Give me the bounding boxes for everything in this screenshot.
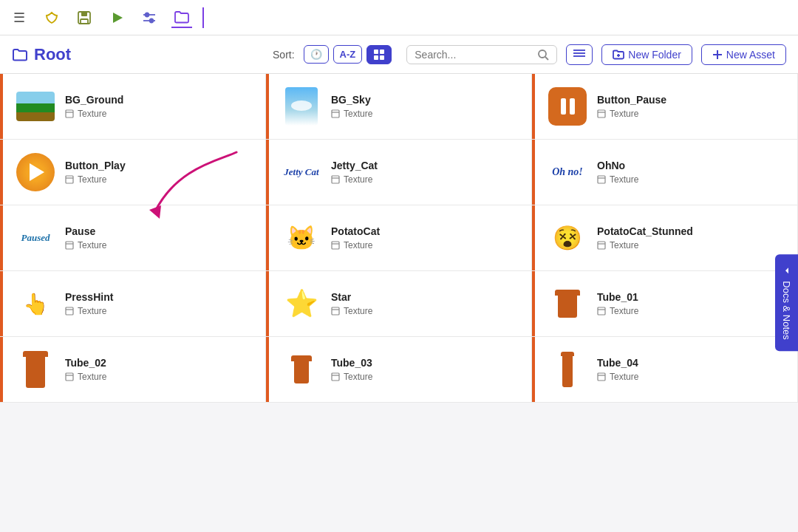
- asset-type-tube-03: Texture: [331, 372, 372, 382]
- asset-thumb-potatocat: 🐱: [281, 217, 322, 259]
- asset-thumb-button-play: [15, 151, 56, 193]
- asset-name-tube-03: Tube_03: [331, 357, 372, 369]
- asset-type-tube-02: Texture: [65, 372, 106, 382]
- view-toggle-button[interactable]: [566, 44, 593, 65]
- asset-name-tube-02: Tube_02: [65, 357, 106, 369]
- search-icon: [537, 49, 549, 61]
- asset-name-presshint: PressHint: [65, 291, 113, 303]
- asset-star[interactable]: ⭐ Star Texture: [266, 271, 532, 336]
- asset-name-potatocat: PotatoCat: [331, 225, 380, 237]
- svg-rect-37: [598, 242, 605, 249]
- svg-rect-29: [332, 176, 339, 183]
- new-asset-button[interactable]: New Asset: [701, 44, 786, 65]
- texture-icon: [65, 307, 74, 316]
- favorites-icon[interactable]: [41, 7, 62, 28]
- svg-rect-33: [66, 242, 73, 249]
- asset-presshint[interactable]: 👆 PressHint Texture: [0, 271, 266, 336]
- asset-name-potatocat-stunned: PotatoCat_Stunned: [597, 225, 693, 237]
- texture-icon: [65, 241, 74, 250]
- asset-name-bg-ground: BG_Ground: [65, 94, 123, 106]
- breadcrumb: Root: [12, 45, 71, 64]
- asset-type-button-play: Texture: [65, 174, 126, 185]
- texture-icon: [331, 241, 340, 250]
- asset-tube-02[interactable]: Tube_02 Texture: [0, 337, 266, 402]
- asset-thumb-jetty-cat: Jetty Cat: [281, 151, 322, 193]
- asset-button-pause[interactable]: Button_Pause Texture: [532, 74, 798, 139]
- asset-name-button-pause: Button_Pause: [597, 94, 666, 106]
- asset-tube-04[interactable]: Tube_04 Texture: [532, 337, 798, 402]
- asset-thumb-tube-03: [281, 349, 322, 390]
- folder-icon[interactable]: [171, 7, 192, 28]
- grid-row-3: 👆 PressHint Texture ⭐ Star Texture: [0, 271, 798, 337]
- asset-name-ohno: OhNo: [597, 160, 638, 171]
- svg-rect-21: [66, 110, 73, 117]
- sort-time-button[interactable]: 🕐: [304, 45, 329, 64]
- svg-rect-23: [332, 110, 339, 117]
- asset-potatocat-stunned[interactable]: 😵 PotatoCat_Stunned Texture: [532, 205, 798, 270]
- grid-row-0: BG_Ground Texture BG_Sky Texture: [0, 74, 798, 140]
- asset-potatocat[interactable]: 🐱 PotatoCat Texture: [266, 205, 532, 270]
- new-folder-icon: [613, 49, 624, 61]
- toolbar: ☰: [0, 0, 798, 35]
- svg-rect-10: [374, 55, 378, 60]
- asset-ohno[interactable]: Oh no! OhNo Texture: [532, 140, 798, 205]
- svg-marker-51: [785, 267, 788, 273]
- svg-point-12: [539, 50, 546, 58]
- asset-type-star: Texture: [331, 306, 372, 316]
- texture-icon: [331, 372, 340, 381]
- asset-thumb-bg-ground: [15, 86, 56, 127]
- asset-name-tube-04: Tube_04: [597, 357, 638, 369]
- svg-point-7: [150, 18, 154, 22]
- asset-tube-01[interactable]: Tube_01 Texture: [532, 271, 798, 336]
- docs-notes-tab[interactable]: Docs & Notes: [775, 254, 798, 351]
- asset-bg-sky[interactable]: BG_Sky Texture: [266, 74, 532, 139]
- sliders-icon[interactable]: [139, 7, 160, 28]
- texture-icon: [331, 307, 340, 316]
- asset-type-potatocat: Texture: [331, 240, 380, 250]
- texture-icon: [597, 175, 606, 184]
- asset-name-tube-01: Tube_01: [597, 291, 638, 303]
- search-input[interactable]: [415, 49, 533, 61]
- asset-thumb-tube-01: [547, 283, 588, 324]
- asset-jetty-cat[interactable]: Jetty Cat Jetty_Cat Texture: [266, 140, 532, 205]
- asset-type-bg-sky: Texture: [331, 109, 372, 119]
- play-icon[interactable]: [106, 7, 127, 28]
- asset-thumb-star: ⭐: [281, 283, 322, 324]
- svg-rect-41: [332, 307, 339, 315]
- search-box[interactable]: [406, 45, 557, 64]
- new-folder-label: New Folder: [628, 49, 681, 61]
- svg-rect-2: [81, 19, 88, 24]
- root-label: Root: [34, 45, 71, 64]
- asset-button-play[interactable]: Button_Play Texture: [0, 140, 266, 205]
- asset-type-tube-04: Texture: [597, 372, 638, 382]
- new-asset-label: New Asset: [726, 49, 775, 61]
- svg-rect-47: [332, 373, 339, 381]
- svg-rect-9: [380, 50, 384, 54]
- sort-label: Sort:: [273, 49, 295, 61]
- asset-name-jetty-cat: Jetty_Cat: [331, 160, 378, 171]
- grid-row-2: Paused Pause Texture 🐱 PotatoCat Texture: [0, 205, 798, 271]
- sort-grid-button[interactable]: [366, 45, 392, 64]
- header-bar: Root Sort: 🕐 A-Z: [0, 35, 798, 74]
- svg-marker-3: [113, 13, 123, 23]
- asset-thumb-tube-02: [15, 349, 56, 390]
- texture-icon: [65, 175, 74, 184]
- asset-tube-03[interactable]: Tube_03 Texture: [266, 337, 532, 402]
- svg-line-13: [545, 57, 548, 60]
- hamburger-menu-icon[interactable]: ☰: [9, 7, 30, 28]
- sort-az-button[interactable]: A-Z: [333, 45, 363, 64]
- asset-type-potatocat-stunned: Texture: [597, 240, 693, 250]
- grid-row-1: Button_Play Texture Jetty Cat Jetty_Cat …: [0, 140, 798, 205]
- save-icon[interactable]: [74, 7, 95, 28]
- asset-bg-ground[interactable]: BG_Ground Texture: [0, 74, 266, 139]
- asset-name-pause: Pause: [65, 225, 106, 237]
- svg-rect-49: [598, 373, 605, 381]
- sort-controls: 🕐 A-Z: [304, 45, 392, 64]
- svg-rect-25: [598, 110, 605, 117]
- asset-thumb-bg-sky: [281, 86, 322, 127]
- svg-rect-39: [66, 307, 73, 315]
- new-folder-button[interactable]: New Folder: [601, 44, 692, 65]
- asset-pause[interactable]: Paused Pause Texture: [0, 205, 266, 270]
- svg-rect-8: [374, 50, 378, 54]
- texture-icon: [331, 109, 340, 118]
